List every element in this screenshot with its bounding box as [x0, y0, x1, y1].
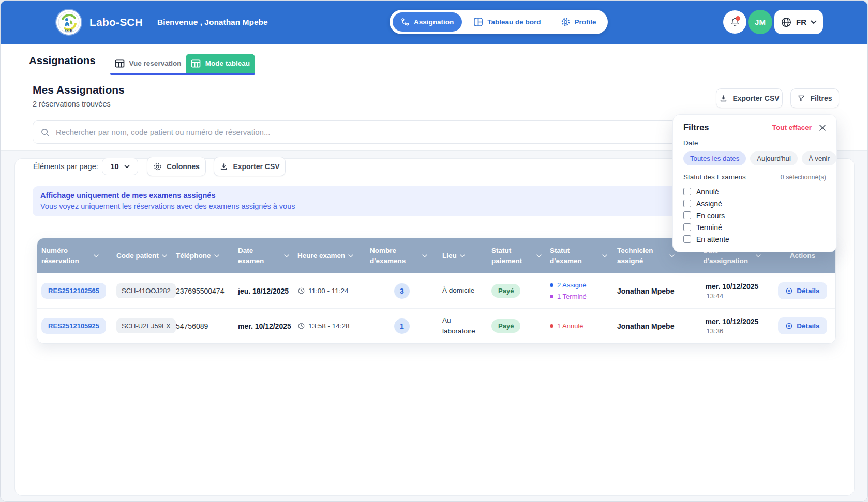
status-line: 2 Assigné: [550, 281, 587, 289]
checkbox[interactable]: [683, 188, 691, 195]
column-header-exam-time[interactable]: Heure examen: [293, 251, 366, 261]
notifications-button[interactable]: [723, 10, 746, 34]
tab-mode-tableau[interactable]: Mode tableau: [186, 54, 255, 73]
phone: 54756089: [176, 322, 208, 330]
columns-button[interactable]: Colonnes: [147, 157, 206, 176]
nav-item-label: Tableau de bord: [487, 18, 541, 26]
column-header-payment-status[interactable]: Statut paiement: [487, 246, 546, 266]
tab-underline: [110, 73, 255, 75]
language-selector[interactable]: FR: [774, 10, 823, 34]
exam-count-badge: 3: [394, 283, 410, 299]
result-count: 2 réservations trouvées: [33, 100, 111, 108]
checkbox[interactable]: [683, 235, 691, 243]
date-option-today[interactable]: Aujourd'hui: [750, 151, 798, 165]
sort-chevron-icon: [460, 254, 465, 257]
assignment-date: mer. 10/12/202513:36: [706, 317, 759, 335]
assignation-route-icon: [401, 18, 410, 26]
chevron-down-icon: [811, 20, 817, 24]
status-dot: [550, 295, 553, 298]
column-header-exam-status[interactable]: Statut d'examen: [546, 246, 613, 266]
reservation-number[interactable]: RES2512105925: [41, 318, 106, 334]
app-logo: SCH: [56, 10, 81, 35]
globe-icon: [781, 17, 792, 28]
sort-chevron-icon: [162, 254, 167, 257]
per-page-label: Éléments par page:: [33, 162, 98, 171]
date-option-all[interactable]: Toutes les dates: [683, 151, 746, 165]
patient-code: SCH-41OOJ282: [116, 283, 176, 298]
column-header-reservation[interactable]: Numéro réservation: [37, 246, 112, 266]
status-option-assigne[interactable]: Assigné: [683, 197, 826, 209]
column-header-location[interactable]: Lieu: [438, 251, 487, 261]
status-option-en-cours[interactable]: En cours: [683, 209, 826, 221]
gear-icon: [561, 17, 571, 27]
exam-status-list: 1 Annulé: [550, 322, 583, 330]
clock-icon: [297, 322, 305, 330]
app-header: SCH Labo-SCH Bienvenue , Jonathan Mpebe …: [1, 1, 867, 44]
nav-item-assignation[interactable]: Assignation: [393, 12, 462, 32]
sort-chevron-icon: [94, 254, 99, 257]
status-dot: [550, 324, 553, 328]
tab-vue-reservation[interactable]: Vue reservation: [110, 54, 186, 73]
clear-all-filters-link[interactable]: Tout effacer: [772, 124, 812, 131]
checkbox[interactable]: [683, 223, 691, 231]
main-nav: Assignation Tableau de bord: [390, 10, 608, 34]
assignment-date: mer. 10/12/202513:44: [706, 282, 759, 300]
tab-label: Vue reservation: [129, 59, 182, 67]
status-option-en-attente[interactable]: En attente: [683, 233, 826, 245]
dashboard-grid-icon: [473, 17, 483, 27]
exam-date: mer. 10/12/2025: [238, 322, 291, 330]
details-button[interactable]: Détails: [778, 282, 827, 299]
view-target-icon: [785, 287, 793, 295]
details-button[interactable]: Détails: [778, 317, 827, 334]
per-page-select[interactable]: 10: [102, 158, 138, 175]
welcome-text: Bienvenue , Jonathan Mpebe: [157, 1, 268, 44]
status-filter-label: Statut des Examens: [683, 173, 746, 181]
checkbox[interactable]: [683, 211, 691, 219]
export-csv-label: Exporter CSV: [233, 162, 279, 171]
status-filter-options: Annulé Assigné En cours Terminé En atten…: [683, 186, 826, 245]
nav-item-profile[interactable]: Profile: [552, 12, 605, 32]
date-option-upcoming[interactable]: À venir: [802, 151, 836, 165]
filters-button[interactable]: Filtres: [790, 88, 839, 108]
chevron-down-icon: [124, 165, 130, 169]
sort-chevron-icon: [422, 254, 427, 257]
avatar[interactable]: JM: [748, 10, 772, 34]
view-target-icon: [785, 322, 793, 330]
sort-chevron-icon: [214, 254, 219, 257]
export-csv-button-table[interactable]: Exporter CSV: [214, 157, 286, 176]
nav-item-label: Assignation: [414, 18, 454, 26]
column-header-exam-date[interactable]: Date examen: [234, 246, 293, 266]
reservation-number[interactable]: RES2512102565: [41, 283, 106, 299]
tab-label: Mode tableau: [205, 59, 250, 67]
search-icon: [40, 128, 50, 137]
filter-funnel-icon: [797, 94, 805, 102]
column-header-phone[interactable]: Téléphone: [172, 251, 234, 261]
patient-code: SCH-U2EJ59FX: [116, 318, 176, 333]
columns-label: Colonnes: [167, 162, 200, 171]
exam-time: 11:00 - 11:24: [297, 287, 349, 295]
phone: 237695500474: [176, 287, 224, 295]
download-icon: [219, 162, 228, 171]
export-csv-button[interactable]: Exporter CSV: [716, 88, 783, 108]
nav-item-dashboard[interactable]: Tableau de bord: [465, 12, 549, 32]
column-header-exam-count[interactable]: Nombre d'examens: [366, 246, 438, 266]
section-title: Mes Assignations: [33, 84, 125, 96]
close-icon[interactable]: [819, 124, 826, 131]
brand-title: Labo-SCH: [89, 1, 143, 44]
table-row: RES2512102565 SCH-41OOJ282 237695500474 …: [37, 273, 835, 308]
payment-status-badge: Payé: [491, 284, 520, 298]
filters-button-label: Filtres: [810, 94, 832, 102]
exam-status-list: 2 Assigné 1 Terminé: [550, 281, 587, 300]
sort-chevron-icon: [536, 254, 542, 257]
export-csv-label: Exporter CSV: [732, 94, 779, 102]
status-option-termine[interactable]: Terminé: [683, 221, 826, 233]
status-option-annule[interactable]: Annulé: [683, 186, 826, 197]
sort-chevron-icon: [348, 254, 353, 257]
location: Au laboratoire: [442, 315, 480, 337]
nav-item-label: Profile: [575, 18, 596, 26]
checkbox[interactable]: [683, 200, 691, 207]
sort-chevron-icon: [669, 254, 675, 257]
status-line: 1 Terminé: [550, 293, 587, 300]
gear-icon: [153, 162, 162, 171]
column-header-patient-code[interactable]: Code patient: [112, 251, 172, 261]
